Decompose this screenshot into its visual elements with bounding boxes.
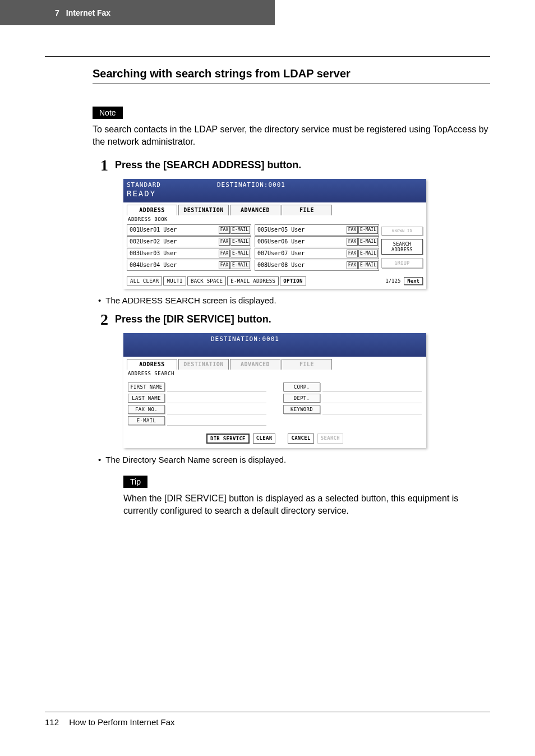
addr-row[interactable]: 008User08 User FAX E-MAIL	[255, 260, 379, 271]
fax-no-button[interactable]: FAX NO.	[128, 405, 165, 414]
top-rule	[45, 56, 490, 57]
chapter-title: Internet Fax	[66, 8, 110, 17]
email-button[interactable]: E-MAIL	[230, 226, 250, 234]
side-buttons: KNOWN ID SEARCH ADDRESS GROUP	[381, 224, 423, 271]
group-button[interactable]: GROUP	[381, 258, 423, 268]
tab-file: FILE	[282, 359, 332, 370]
addr-row[interactable]: 006User06 User FAX E-MAIL	[255, 236, 379, 247]
dept-input[interactable]	[322, 393, 422, 403]
search-address-button[interactable]: SEARCH ADDRESS	[381, 239, 423, 255]
addr-name: 005User05 User	[255, 227, 347, 233]
panel1-tabs: ADDRESS DESTINATION ADVANCED FILE	[123, 202, 426, 215]
fax-button[interactable]: FAX	[347, 261, 358, 269]
note-badge: Note	[93, 107, 123, 119]
panel2-header: DESTINATION:0001	[123, 333, 426, 357]
tab-file[interactable]: FILE	[282, 205, 332, 215]
email-button[interactable]: E-MAIL	[358, 250, 378, 257]
step-2-title: Press the [DIR SERVICE] button.	[115, 312, 271, 325]
addr-row[interactable]: 003User03 User FAX E-MAIL	[127, 248, 251, 259]
email-button[interactable]: E-MAIL	[128, 416, 165, 425]
fax-button[interactable]: FAX	[219, 250, 230, 257]
addr-row[interactable]: 005User05 User FAX E-MAIL	[255, 224, 379, 236]
dir-service-button[interactable]: DIR SERVICE	[206, 434, 250, 444]
note-text: To search contacts in the LDAP server, t…	[93, 123, 490, 149]
panel1-destination: DESTINATION:0001	[217, 181, 285, 188]
dept-button[interactable]: DEPT.	[283, 394, 320, 403]
addr-row[interactable]: 001User01 User FAX E-MAIL	[127, 224, 251, 236]
chapter-header: 7 Internet Fax	[0, 0, 275, 25]
last-name-button[interactable]: LAST NAME	[128, 394, 165, 403]
fax-button[interactable]: FAX	[219, 238, 230, 246]
keyword-button[interactable]: KEYWORD	[283, 405, 320, 414]
addr-name: 001User01 User	[127, 227, 219, 233]
last-name-input[interactable]	[167, 393, 266, 403]
first-name-input[interactable]	[167, 382, 266, 392]
email-address-button[interactable]: E-MAIL ADDRESS	[227, 276, 279, 285]
panel1-ready: READY	[127, 189, 423, 198]
section-title: Searching with search strings from LDAP …	[93, 67, 490, 84]
all-clear-button[interactable]: ALL CLEAR	[127, 276, 162, 285]
step-2-number: 2	[93, 312, 115, 328]
step-1-title: Press the [SEARCH ADDRESS] button.	[115, 158, 301, 171]
next-button[interactable]: Next	[404, 277, 423, 285]
email-input[interactable]	[167, 416, 266, 426]
panel2-subtitle: ADDRESS SEARCH	[123, 370, 426, 379]
panel1-header: STANDARD DESTINATION:0001 READY	[123, 179, 426, 202]
email-button[interactable]: E-MAIL	[230, 250, 250, 257]
addr-row[interactable]: 007User07 User FAX E-MAIL	[255, 248, 379, 259]
search-button[interactable]: SEARCH	[317, 434, 343, 444]
tab-advanced[interactable]: ADVANCED	[230, 205, 280, 215]
addr-row[interactable]: 002User02 User FAX E-MAIL	[127, 236, 251, 247]
footer: 112 How to Perform Internet Fax	[45, 717, 175, 727]
address-search-panel: DESTINATION:0001 ADDRESS DESTINATION ADV…	[123, 333, 426, 448]
panel1-mode: STANDARD	[127, 181, 161, 188]
addr-name: 006User06 User	[255, 238, 347, 245]
email-button[interactable]: E-MAIL	[358, 226, 378, 234]
footer-title: How to Perform Internet Fax	[69, 717, 174, 727]
tip-badge: Tip	[123, 476, 147, 488]
keyword-input[interactable]	[322, 404, 422, 414]
panel2-bottom-row: DIR SERVICE CLEAR CANCEL SEARCH	[123, 430, 426, 448]
addr-name: 008User08 User	[255, 262, 347, 268]
backspace-button[interactable]: BACK SPACE	[187, 276, 226, 285]
tab-address[interactable]: ADDRESS	[127, 205, 177, 215]
email-button[interactable]: E-MAIL	[358, 238, 378, 246]
tab-advanced: ADVANCED	[230, 359, 280, 370]
fax-no-input[interactable]	[167, 404, 266, 414]
email-button[interactable]: E-MAIL	[230, 238, 250, 246]
panel1-subtitle: ADDRESS BOOK	[123, 215, 426, 224]
fax-button[interactable]: FAX	[219, 261, 230, 269]
cancel-button[interactable]: CANCEL	[288, 434, 313, 444]
clear-button[interactable]: CLEAR	[253, 434, 276, 444]
tab-address[interactable]: ADDRESS	[127, 359, 177, 370]
email-button[interactable]: E-MAIL	[358, 261, 378, 269]
tip-text: When the [DIR SERVICE] button is display…	[123, 492, 490, 518]
panel2-destination: DESTINATION:0001	[211, 335, 279, 343]
addr-row[interactable]: 004User04 User FAX E-MAIL	[127, 260, 251, 271]
tab-destination: DESTINATION	[178, 359, 229, 370]
option-button[interactable]: OPTION	[280, 276, 306, 285]
page-count: 1/125	[383, 278, 403, 284]
addr-name: 003User03 User	[127, 250, 219, 256]
panel1-bottom-row: ALL CLEAR MULTI BACK SPACE E-MAIL ADDRES…	[123, 275, 426, 289]
first-name-button[interactable]: FIRST NAME	[128, 382, 165, 391]
addr-name: 002User02 User	[127, 238, 219, 245]
chapter-number: 7	[55, 8, 59, 17]
addr-col-left: 001User01 User FAX E-MAIL 002User02 User…	[127, 224, 251, 271]
email-button[interactable]: E-MAIL	[230, 261, 250, 269]
panel2-tabs: ADDRESS DESTINATION ADVANCED FILE	[123, 357, 426, 370]
step1-bullet: • The ADDRESS SEARCH screen is displayed…	[98, 296, 490, 305]
tab-destination[interactable]: DESTINATION	[178, 205, 229, 215]
fax-button[interactable]: FAX	[347, 226, 358, 234]
footer-rule	[45, 712, 490, 712]
fax-button[interactable]: FAX	[219, 226, 230, 234]
step-1-number: 1	[93, 158, 115, 173]
addr-name: 007User07 User	[255, 250, 347, 256]
corp-input[interactable]	[322, 382, 422, 392]
fax-button[interactable]: FAX	[347, 238, 358, 246]
fax-button[interactable]: FAX	[347, 250, 358, 257]
corp-button[interactable]: CORP.	[283, 382, 320, 391]
step2-bullet: • The Directory Search Name screen is di…	[98, 455, 490, 464]
known-id-button[interactable]: KNOWN ID	[381, 227, 423, 236]
multi-button[interactable]: MULTI	[163, 276, 186, 285]
